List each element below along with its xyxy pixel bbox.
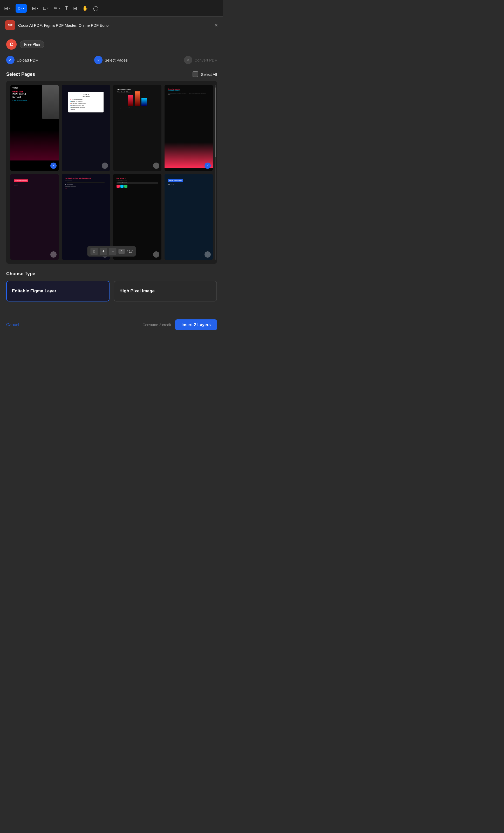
thumb4-subtitle: A New Era of Confidence [168,90,209,91]
page-thumb-4[interactable]: Report Introduction A New Era of Confide… [165,85,213,171]
thumb2-item6: ●Recap [70,109,102,110]
step-2-label: Select Pages [105,58,127,62]
thumb-content-5: Actionable Entertainment 92% 72% [10,174,59,260]
page-thumb-1[interactable]: TikTok What's Next 2023 TrendReport A Ne… [10,85,59,171]
thumb-content-3: Trend Methodology TikTok Speeds of Cultu… [113,85,161,171]
cancel-button[interactable]: Cancel [6,323,19,327]
thumb7-icon2: T [120,185,124,188]
toolbar-tool-select[interactable]: ⊞▾ [4,5,10,11]
thumb7-icons: ▶ T ♪ [117,185,158,188]
type-card-editable[interactable]: Editable Figma Layer [6,281,109,302]
thumb7-subtitle: Creative approaches to try [117,180,158,181]
thumb7-title: How to jump in [117,177,158,179]
zoom-total-pages: / 17 [127,249,133,254]
page-thumb-3[interactable]: Trend Methodology TikTok Speeds of Cultu… [113,85,161,171]
step-3-label: Convert PDF [194,58,217,62]
toolbar-tool-components[interactable]: ⊞ [73,5,77,11]
thumb7-tool1: Tools to build your story [117,182,158,184]
thumb7-tools: Tools to build your story ▶ T ♪ [117,182,158,188]
type-card-highpixel[interactable]: High Pixel Image [114,281,217,302]
thumb7-icon3: ♪ [124,185,127,188]
zoom-controls: ⊡ + − 4 / 17 [87,246,136,257]
thumb2-item1: ●Trend Methodology [70,98,102,100]
toolbar-tool-hand[interactable]: ✋ [82,5,88,11]
select-all-checkbox[interactable] [193,71,198,77]
thumb-content-1: TikTok What's Next 2023 TrendReport A Ne… [10,85,59,171]
toolbar-tool-frame[interactable]: ⊞▾ [32,5,38,11]
zoom-in-button[interactable]: + [100,248,107,255]
plugin-logo-text: PDF [8,24,12,26]
zoom-fit-button[interactable]: ⊡ [90,248,98,255]
step-line-1 [40,60,93,60]
select-all-row: Select All [193,71,217,77]
insert-button[interactable]: Insert 2 Layers [175,319,217,330]
thumb4-inner: Report Introduction A New Era of Confide… [167,87,211,97]
scroll-thumb [215,88,216,157]
thumb6-img: ▶ [67,182,105,183]
thumb2-toc-title: Table ofContents [70,94,102,97]
steps-row: ✓ Upload PDF 2 Select Pages 3 Convert PD… [6,56,217,64]
page-thumb-8[interactable]: Making Space for Joy 50% 4 in 10 [165,174,213,260]
thumb7-inner: How to jump in Creative approaches to tr… [115,176,159,189]
pages-grid: TikTok What's Next 2023 TrendReport A Ne… [10,85,213,260]
type-card-highpixel-label: High Pixel Image [119,288,155,293]
thumb3-charts [117,95,158,106]
step-3-circle: 3 [184,56,192,64]
thumb5-stats: 92% 72% [14,185,55,186]
zoom-total-number: 17 [129,249,133,254]
choose-type-title: Choose Type [6,271,217,277]
toolbar-tool-text[interactable]: T [65,5,68,11]
select-pages-title: Select Pages [6,72,35,77]
thumb3-bar1 [128,95,133,106]
step-2-circle: 2 [94,56,102,64]
thumb-content-8: Making Space for Joy 50% 4 in 10 [165,174,213,260]
thumb3-text: Lorem ipsum content text about trends... [117,107,158,109]
avatar: C [6,39,17,50]
footer: Cancel Consume 2 credit Insert 2 Layers [0,315,223,334]
thumb3-bar3 [142,98,147,106]
page-thumb-2[interactable]: Table ofContents ●Trend Methodology ●Rep… [62,85,110,171]
page-4-check: ✓ [204,163,211,169]
thumb6-text: Show, Don't Tell [65,180,107,181]
thumb1-img [42,85,59,119]
thumb2-item4: ●Making Space for Joy [70,105,102,106]
thumb6-percent: 74% [65,188,107,189]
page-1-check: ✓ [50,163,56,169]
zoom-out-button[interactable]: − [109,248,116,255]
thumb2-item3: ●Actionable Entertainment [70,102,102,104]
step-1-circle: ✓ [6,56,15,64]
close-button[interactable]: × [215,22,218,28]
toolbar-tool-pen[interactable]: ✏▾ [54,5,60,11]
thumb6-inner: Key Signals for Actionable Entertainment… [64,176,108,190]
thumb8-inner: Making Space for Joy 50% 4 in 10 [167,176,211,187]
plan-badge: Free Plan [20,41,44,48]
thumb6-stat: 4 in 5 ★★★★★ [65,184,107,185]
page-3-uncheck [153,163,159,169]
type-options: Editable Figma Layer High Pixel Image [6,281,217,302]
plugin-title-row: PDF Codia AI PDF: Figma PDF Master, Onli… [5,20,110,30]
thumb6-tags: #investigation #alternatives [65,186,107,187]
thumb5-inner: Actionable Entertainment 92% 72% [12,176,56,187]
toolbar-tool-comment[interactable]: ◯ [93,5,98,11]
zoom-page-number: 4 [118,249,125,254]
thumb-content-2: Table ofContents ●Trend Methodology ●Rep… [62,85,110,171]
thumb5-badge: Actionable Entertainment [14,180,28,182]
step-convert: 3 Convert PDF [184,56,217,64]
thumb8-stats: 50% 4 in 10 [168,184,209,185]
thumb2-item5: ●Community-Built Ideals [70,107,102,108]
toolbar-tool-shape[interactable]: □▾ [43,5,49,11]
step-upload: ✓ Upload PDF [6,56,38,64]
plugin-name: Codia AI PDF: Figma PDF Master, Online P… [18,23,110,27]
toolbar: ⊞▾ ▷▾ ⊞▾ □▾ ✏▾ T ⊞ ✋ ◯ [0,0,223,17]
page-thumb-5[interactable]: Actionable Entertainment 92% 72% [10,174,59,260]
plugin-logo: PDF [5,20,15,30]
thumb6-title: Key Signals for Actionable Entertainment [65,177,107,179]
pages-container: TikTok What's Next 2023 TrendReport A Ne… [6,81,217,264]
step-1-label: Upload PDF [17,58,38,62]
user-row: C Free Plan [6,39,217,50]
toolbar-tool-move[interactable]: ▷▾ [16,4,27,13]
thumb3-title: Trend Methodology [117,89,158,90]
thumb4-grid: Content about trends and insights from T… [168,93,209,95]
thumb7-icon1: ▶ [117,185,120,188]
plugin-header: PDF Codia AI PDF: Figma PDF Master, Onli… [0,17,223,34]
